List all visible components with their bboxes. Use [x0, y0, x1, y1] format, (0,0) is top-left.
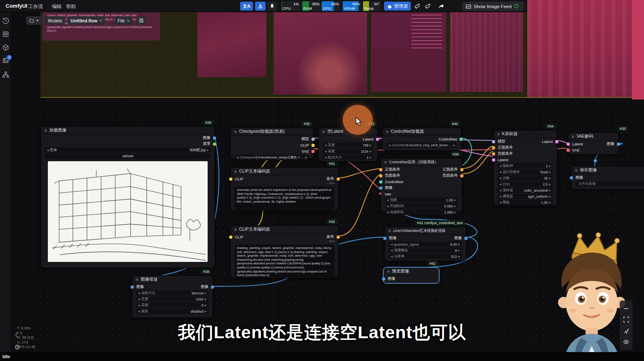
prev-icon[interactable]: ◀	[391, 255, 393, 258]
next-icon[interactable]: ▶	[205, 304, 207, 307]
denoise-widget[interactable]: ◀降噪1.00▶	[497, 200, 553, 205]
sidebar-history-button[interactable]	[2, 17, 9, 24]
next-icon[interactable]: ▶	[205, 310, 207, 313]
next-icon[interactable]: ▶	[370, 156, 372, 159]
width-widget[interactable]: ◀宽度788▶	[322, 143, 374, 148]
prev-icon[interactable]: ◀	[138, 292, 140, 295]
prev-icon[interactable]: ◀	[138, 298, 140, 301]
prev-icon[interactable]: ◀	[499, 183, 501, 186]
node-menu-icon[interactable]: ≡	[384, 160, 387, 164]
output-port-vae[interactable]	[311, 150, 315, 153]
next-icon[interactable]: ▶	[370, 150, 372, 153]
output-port-conditioning[interactable]	[337, 177, 340, 181]
image-filename-widget[interactable]: ◀ 图像 线稿图.jpg ▶	[45, 147, 211, 153]
prev-icon[interactable]: ◀	[138, 310, 140, 313]
prev-icon[interactable]: ◀	[386, 205, 389, 208]
prev-icon[interactable]: ◀	[499, 189, 501, 192]
next-icon[interactable]: ▶	[549, 195, 551, 198]
node-load-image[interactable]: #29 ≡加载图像 图像 遮罩 ◀ 图像 线稿图.jpg ▶ upload	[41, 126, 215, 268]
input-port-image[interactable]	[379, 186, 382, 190]
next-icon[interactable]: ▶	[458, 243, 460, 246]
cfg-widget[interactable]: ◀CFG2.5▶	[497, 182, 553, 187]
node-menu-icon[interactable]: ≡	[386, 130, 389, 134]
node-lineart-preprocessor[interactable]: #41 comfyui_controlnet_aux ≡LineArtStand…	[384, 227, 466, 261]
zoom-out-button[interactable]	[623, 305, 629, 312]
next-icon[interactable]: ▶	[207, 149, 209, 152]
prev-icon[interactable]: ◀	[47, 149, 49, 152]
node-controlnet-apply[interactable]: #39 ≡ControlNet应用（旧版高级） 正面条件正面条件 负面条件负面条…	[380, 158, 462, 212]
output-port-model[interactable]	[311, 138, 315, 141]
file-menu-button[interactable]: File ∨	[114, 16, 133, 25]
height-widget[interactable]: ◀高度0▶	[136, 303, 209, 308]
node-ksampler[interactable]: #34 ≡K采样器 模型Latent 正面条件 负面条件 Latent ◀随机种…	[493, 130, 557, 206]
output-port-image[interactable]	[211, 285, 214, 289]
prev-icon[interactable]: ◀	[388, 144, 390, 147]
input-port-controlnet[interactable]	[379, 180, 382, 184]
node-controlnet-loader[interactable]: #40 ≡ControlNet加载器 ControlNet ◀ ControlN…	[382, 128, 462, 151]
prev-icon[interactable]: ◀	[386, 211, 389, 214]
input-port-image[interactable]	[131, 285, 134, 289]
output-port-controlnet[interactable]	[459, 138, 463, 141]
crop-widget[interactable]: ◀裁剪disabled▶	[136, 309, 209, 314]
share-button[interactable]	[437, 2, 446, 11]
positive-prompt-textarea[interactable]: cinematic photo An artist's impression o…	[234, 186, 335, 210]
sidebar-queue-button[interactable]	[2, 30, 9, 38]
node-image-scale[interactable]: #38 ≡图像缩放 图像图像 ◀缩放方法lanczos▶ ◀宽度1024▶ ◀高…	[132, 275, 213, 318]
start-percent-widget[interactable]: ◀开始时间0.000▶	[384, 203, 458, 209]
next-icon[interactable]: ▶	[549, 164, 551, 168]
save-workflow-button[interactable]	[136, 16, 146, 25]
prev-icon[interactable]: ◀	[499, 171, 501, 174]
gaussian-sigma-widget[interactable]: ◀guassian_sigma6.00▶	[389, 242, 462, 247]
output-port-clip[interactable]	[311, 144, 315, 147]
steps-widget[interactable]: ◀步数25▶	[497, 175, 553, 181]
prev-icon[interactable]: ◀	[391, 243, 393, 246]
controlnet-name-widget[interactable]: ◀ ControlNet名称 control_v11p_sd15_lineart…	[386, 143, 457, 148]
input-port-positive[interactable]	[379, 168, 382, 171]
workspace-button[interactable]	[255, 2, 266, 11]
prev-icon[interactable]: ◀	[499, 164, 501, 168]
output-port-image[interactable]	[213, 136, 216, 140]
node-menu-icon[interactable]: ≡	[572, 134, 574, 139]
node-empty-latent[interactable]: #33 ≡空Latent Latent ◀宽度788▶ ◀高度1024▶ ◀批次…	[318, 128, 378, 162]
node-menu-icon[interactable]: ≡	[497, 132, 500, 136]
negative-prompt-textarea[interactable]: drawing, painting, crayon, sketch, graph…	[234, 244, 335, 277]
node-menu-icon[interactable]: ≡	[575, 168, 577, 173]
seed-widget[interactable]: ◀随机种1▶	[497, 163, 553, 169]
checkpoint-name-widget[interactable]: ◀ Checkpoint名称 architecutre_design元建筑-Yu…	[234, 155, 309, 160]
scheduler-widget[interactable]: ◀调度器sgm_uniform▶	[497, 194, 553, 199]
node-menu-icon[interactable]: ≡	[45, 128, 47, 133]
menu-help[interactable]: 帮助	[66, 3, 76, 10]
next-icon[interactable]: ▶	[549, 177, 551, 180]
node-menu-icon[interactable]: ≡	[234, 227, 237, 232]
megaphone-button-1[interactable]	[412, 2, 421, 11]
next-icon[interactable]: ▶	[305, 156, 307, 159]
output-port-latent[interactable]	[555, 140, 558, 143]
node-clip-encode-negative[interactable]: #32 ≡CLIP文本编码器 CLIP条件 ○ ⊘ ◂ drawing, pai…	[230, 225, 339, 278]
show-image-feed-toggle[interactable]: Show Image Feed	[462, 2, 524, 11]
prev-icon[interactable]: ◀	[324, 144, 326, 147]
input-port-clip[interactable]	[229, 236, 232, 239]
next-icon[interactable]: ▶	[549, 189, 551, 192]
filename-prefix-input[interactable]: 文件名前缀	[575, 181, 644, 186]
node-menu-icon[interactable]: ≡	[387, 269, 390, 274]
upload-button[interactable]: upload	[45, 153, 211, 159]
node-vae-decode[interactable]: #35 ≡VAE解码 Latent图像 VAE	[568, 132, 619, 155]
models-tab[interactable]: Models	[45, 16, 65, 25]
next-icon[interactable]: ▶	[454, 211, 456, 214]
input-port-vae[interactable]	[567, 149, 570, 152]
output-port-image[interactable]	[464, 237, 468, 240]
prev-icon[interactable]: ◀	[138, 304, 140, 307]
prev-icon[interactable]: ◀	[391, 249, 393, 252]
input-port-latent[interactable]	[492, 158, 495, 162]
next-icon[interactable]: ▶	[458, 255, 460, 258]
translate-button[interactable]: 文A	[240, 2, 253, 11]
node-preview-image[interactable]: #42 ≡预览图像 图像	[383, 267, 439, 283]
input-port-negative[interactable]	[379, 174, 382, 177]
sampler-widget[interactable]: ◀采样器euler_ancestral▶	[497, 188, 553, 193]
prev-icon[interactable]: ◀	[499, 201, 501, 204]
input-port-positive[interactable]	[492, 146, 495, 149]
prev-icon[interactable]: ◀	[324, 150, 326, 153]
next-icon[interactable]: ▶	[453, 144, 455, 147]
output-port-negative[interactable]	[460, 174, 464, 177]
width-widget[interactable]: ◀宽度1024▶	[136, 296, 209, 302]
